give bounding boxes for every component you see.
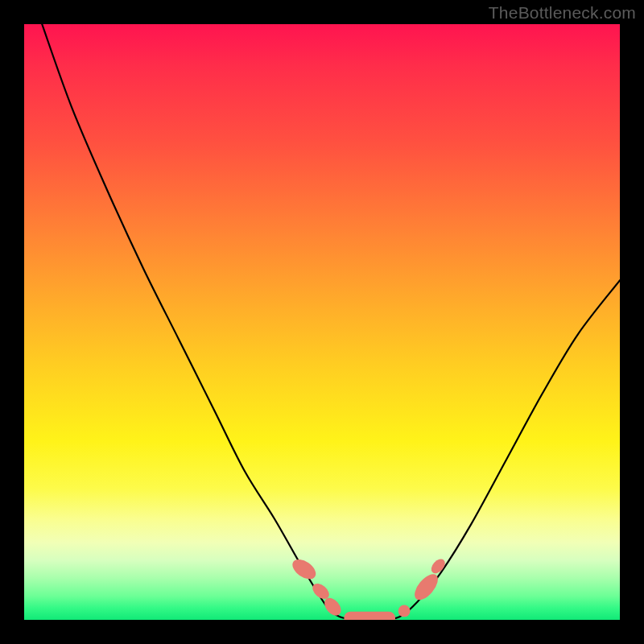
curve-line bbox=[42, 24, 620, 620]
curve-markers bbox=[289, 555, 448, 620]
curve-marker bbox=[289, 555, 320, 583]
plot-area bbox=[24, 24, 620, 620]
watermark-text: TheBottleneck.com bbox=[489, 3, 636, 23]
curve-marker bbox=[398, 605, 411, 617]
bottleneck-curve bbox=[24, 24, 620, 620]
curve-marker bbox=[411, 570, 442, 604]
chart-frame: TheBottleneck.com bbox=[0, 0, 644, 644]
curve-marker-pill bbox=[344, 612, 395, 620]
